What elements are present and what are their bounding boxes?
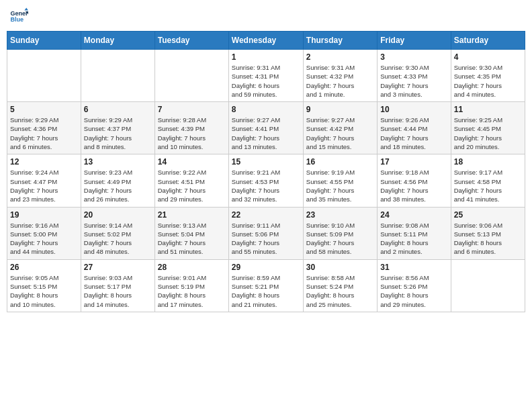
calendar-day-cell: 14Sunrise: 9:22 AM Sunset: 4:51 PM Dayli… — [154, 154, 228, 207]
day-info: Sunrise: 8:58 AM Sunset: 5:24 PM Dayligh… — [306, 273, 374, 309]
day-number: 16 — [306, 157, 374, 167]
day-of-week-header: Saturday — [451, 32, 525, 50]
day-info: Sunrise: 9:28 AM Sunset: 4:39 PM Dayligh… — [158, 116, 226, 151]
calendar-day-cell — [451, 259, 525, 312]
day-number: 5 — [10, 105, 78, 114]
day-info: Sunrise: 9:30 AM Sunset: 4:35 PM Dayligh… — [454, 63, 522, 99]
day-info: Sunrise: 9:29 AM Sunset: 4:37 PM Dayligh… — [84, 116, 152, 151]
day-number: 4 — [454, 52, 522, 62]
day-info: Sunrise: 9:11 AM Sunset: 5:06 PM Dayligh… — [232, 221, 300, 257]
day-number: 31 — [380, 263, 447, 272]
logo: General Blue — [9, 7, 28, 26]
day-info: Sunrise: 9:18 AM Sunset: 4:56 PM Dayligh… — [380, 168, 447, 203]
calendar-day-cell: 29Sunrise: 8:59 AM Sunset: 5:21 PM Dayli… — [228, 259, 303, 312]
calendar-week-row: 5Sunrise: 9:29 AM Sunset: 4:36 PM Daylig… — [7, 102, 525, 154]
calendar-header-row: SundayMondayTuesdayWednesdayThursdayFrid… — [7, 32, 525, 50]
day-number: 23 — [306, 210, 374, 220]
calendar-day-cell: 20Sunrise: 9:14 AM Sunset: 5:02 PM Dayli… — [81, 207, 154, 259]
calendar-day-cell: 4Sunrise: 9:30 AM Sunset: 4:35 PM Daylig… — [451, 50, 525, 102]
day-number: 22 — [232, 210, 300, 220]
calendar-week-row: 26Sunrise: 9:05 AM Sunset: 5:15 PM Dayli… — [7, 259, 525, 312]
calendar-day-cell: 8Sunrise: 9:27 AM Sunset: 4:41 PM Daylig… — [228, 102, 303, 154]
day-info: Sunrise: 9:24 AM Sunset: 4:47 PM Dayligh… — [10, 168, 78, 203]
day-number: 9 — [306, 105, 374, 114]
day-info: Sunrise: 9:05 AM Sunset: 5:15 PM Dayligh… — [10, 273, 78, 309]
day-number: 28 — [158, 263, 226, 272]
calendar-table: SundayMondayTuesdayWednesdayThursdayFrid… — [7, 31, 525, 312]
calendar-week-row: 1Sunrise: 9:31 AM Sunset: 4:31 PM Daylig… — [7, 50, 525, 102]
day-info: Sunrise: 9:23 AM Sunset: 4:49 PM Dayligh… — [84, 168, 152, 203]
day-info: Sunrise: 9:26 AM Sunset: 4:44 PM Dayligh… — [380, 116, 447, 151]
day-number: 2 — [306, 52, 374, 62]
calendar-week-row: 19Sunrise: 9:16 AM Sunset: 5:00 PM Dayli… — [7, 207, 525, 259]
calendar-day-cell: 30Sunrise: 8:58 AM Sunset: 5:24 PM Dayli… — [303, 259, 377, 312]
day-info: Sunrise: 9:30 AM Sunset: 4:33 PM Dayligh… — [380, 63, 447, 99]
calendar-day-cell — [154, 50, 228, 102]
day-number: 30 — [306, 263, 374, 272]
calendar-day-cell: 24Sunrise: 9:08 AM Sunset: 5:11 PM Dayli… — [378, 207, 451, 259]
day-info: Sunrise: 9:01 AM Sunset: 5:19 PM Dayligh… — [158, 273, 226, 309]
calendar-week-row: 12Sunrise: 9:24 AM Sunset: 4:47 PM Dayli… — [7, 154, 525, 207]
calendar-day-cell: 26Sunrise: 9:05 AM Sunset: 5:15 PM Dayli… — [7, 259, 81, 312]
day-number: 14 — [158, 157, 226, 167]
day-info: Sunrise: 8:59 AM Sunset: 5:21 PM Dayligh… — [232, 273, 300, 309]
calendar-day-cell: 15Sunrise: 9:21 AM Sunset: 4:53 PM Dayli… — [228, 154, 303, 207]
logo-icon: General Blue — [9, 7, 28, 26]
day-info: Sunrise: 9:21 AM Sunset: 4:53 PM Dayligh… — [232, 168, 300, 203]
calendar-day-cell: 3Sunrise: 9:30 AM Sunset: 4:33 PM Daylig… — [378, 50, 451, 102]
day-number: 25 — [454, 210, 522, 220]
day-number: 11 — [454, 105, 522, 114]
day-info: Sunrise: 8:56 AM Sunset: 5:26 PM Dayligh… — [380, 273, 447, 309]
svg-text:Blue: Blue — [10, 16, 24, 23]
day-info: Sunrise: 9:27 AM Sunset: 4:41 PM Dayligh… — [232, 116, 300, 151]
day-info: Sunrise: 9:13 AM Sunset: 5:04 PM Dayligh… — [158, 221, 226, 257]
day-info: Sunrise: 9:17 AM Sunset: 4:58 PM Dayligh… — [454, 168, 522, 203]
calendar-day-cell: 27Sunrise: 9:03 AM Sunset: 5:17 PM Dayli… — [81, 259, 154, 312]
calendar-day-cell: 17Sunrise: 9:18 AM Sunset: 4:56 PM Dayli… — [378, 154, 451, 207]
day-number: 26 — [10, 263, 78, 272]
calendar-day-cell: 28Sunrise: 9:01 AM Sunset: 5:19 PM Dayli… — [154, 259, 228, 312]
day-info: Sunrise: 9:10 AM Sunset: 5:09 PM Dayligh… — [306, 221, 374, 257]
calendar-day-cell: 7Sunrise: 9:28 AM Sunset: 4:39 PM Daylig… — [154, 102, 228, 154]
day-number: 18 — [454, 157, 522, 167]
day-number: 13 — [84, 157, 152, 167]
day-of-week-header: Friday — [378, 32, 451, 50]
day-info: Sunrise: 9:03 AM Sunset: 5:17 PM Dayligh… — [84, 273, 152, 309]
calendar-day-cell: 11Sunrise: 9:25 AM Sunset: 4:45 PM Dayli… — [451, 102, 525, 154]
day-number: 24 — [380, 210, 447, 220]
day-number: 12 — [10, 157, 78, 167]
calendar-day-cell: 6Sunrise: 9:29 AM Sunset: 4:37 PM Daylig… — [81, 102, 154, 154]
day-number: 20 — [84, 210, 152, 220]
calendar-day-cell: 5Sunrise: 9:29 AM Sunset: 4:36 PM Daylig… — [7, 102, 81, 154]
calendar-day-cell: 16Sunrise: 9:19 AM Sunset: 4:55 PM Dayli… — [303, 154, 377, 207]
day-number: 27 — [84, 263, 152, 272]
day-info: Sunrise: 9:31 AM Sunset: 4:32 PM Dayligh… — [306, 63, 374, 99]
calendar-day-cell: 22Sunrise: 9:11 AM Sunset: 5:06 PM Dayli… — [228, 207, 303, 259]
day-number: 6 — [84, 105, 152, 114]
day-number: 10 — [380, 105, 447, 114]
day-info: Sunrise: 9:14 AM Sunset: 5:02 PM Dayligh… — [84, 221, 152, 257]
day-number: 17 — [380, 157, 447, 167]
calendar-day-cell: 31Sunrise: 8:56 AM Sunset: 5:26 PM Dayli… — [378, 259, 451, 312]
day-info: Sunrise: 9:27 AM Sunset: 4:42 PM Dayligh… — [306, 116, 374, 151]
calendar-day-cell: 10Sunrise: 9:26 AM Sunset: 4:44 PM Dayli… — [378, 102, 451, 154]
day-number: 8 — [232, 105, 300, 114]
svg-marker-2 — [24, 7, 28, 10]
day-number: 7 — [158, 105, 226, 114]
day-of-week-header: Tuesday — [154, 32, 228, 50]
calendar-day-cell: 12Sunrise: 9:24 AM Sunset: 4:47 PM Dayli… — [7, 154, 81, 207]
day-info: Sunrise: 9:06 AM Sunset: 5:13 PM Dayligh… — [454, 221, 522, 257]
calendar-day-cell: 21Sunrise: 9:13 AM Sunset: 5:04 PM Dayli… — [154, 207, 228, 259]
day-of-week-header: Thursday — [303, 32, 377, 50]
day-info: Sunrise: 9:22 AM Sunset: 4:51 PM Dayligh… — [158, 168, 226, 203]
day-number: 1 — [232, 52, 300, 62]
day-info: Sunrise: 9:25 AM Sunset: 4:45 PM Dayligh… — [454, 116, 522, 151]
day-info: Sunrise: 9:19 AM Sunset: 4:55 PM Dayligh… — [306, 168, 374, 203]
day-number: 19 — [10, 210, 78, 220]
page-header: General Blue — [7, 7, 525, 26]
calendar-day-cell — [7, 50, 81, 102]
day-info: Sunrise: 9:16 AM Sunset: 5:00 PM Dayligh… — [10, 221, 78, 257]
calendar-day-cell: 2Sunrise: 9:31 AM Sunset: 4:32 PM Daylig… — [303, 50, 377, 102]
calendar-day-cell: 18Sunrise: 9:17 AM Sunset: 4:58 PM Dayli… — [451, 154, 525, 207]
day-of-week-header: Sunday — [7, 32, 81, 50]
